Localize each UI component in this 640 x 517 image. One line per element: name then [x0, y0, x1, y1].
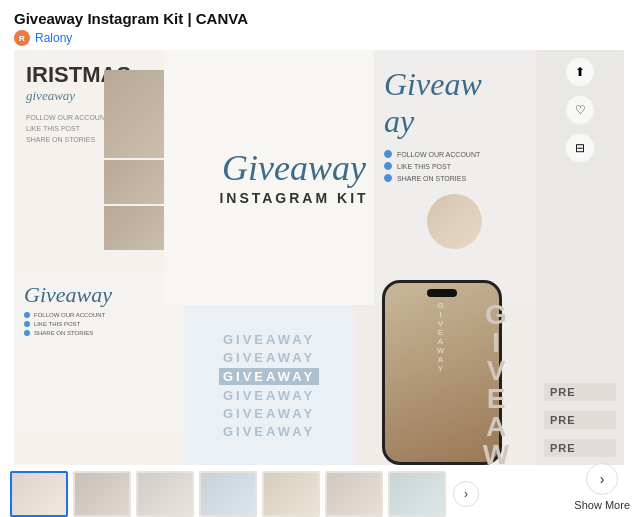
tr-check-icon-2 [384, 162, 392, 170]
bookmark-icon[interactable]: ⊟ [566, 134, 594, 162]
show-more-button[interactable]: › Show More [574, 463, 630, 511]
pre-label-1: PRE [544, 383, 616, 401]
repeat-5: GIVEAWAY [223, 406, 315, 421]
header: Giveaway Instagram Kit | CANVA R Ralony [0, 0, 640, 50]
tr-check-text-3: SHARE ON STORIES [397, 175, 466, 182]
repeat-3: GIVEAWAY [219, 368, 319, 385]
deco-letter-a: A [486, 413, 506, 441]
tr-check-text-2: LIKE THIS POST [397, 163, 451, 170]
christmas-card: IRISTMAS giveaway FOLLOW OUR ACCOUNT LIK… [14, 50, 184, 270]
check-icon-sm-1 [24, 312, 30, 318]
tr-check-1: FOLLOW OUR ACCOUNT [384, 150, 524, 158]
thumb-inner-5 [264, 473, 318, 515]
check-icon-sm-2 [24, 321, 30, 327]
author-link[interactable]: Ralony [35, 31, 72, 45]
check-text-sm-2: LIKE THIS POST [34, 321, 80, 327]
tr-check-icon-3 [384, 174, 392, 182]
show-more-arrow-icon: › [586, 463, 618, 495]
share-icon[interactable]: ⬆ [566, 58, 594, 86]
giveaway-script-main: Giveaway [222, 150, 366, 186]
pre-label-2: PRE [544, 411, 616, 429]
check-sm-2: LIKE THIS POST [24, 321, 174, 327]
author-row: R Ralony [14, 30, 626, 46]
check-icon-sm-3 [24, 330, 30, 336]
thumbnail-1[interactable] [10, 471, 68, 517]
thumb-inner-7 [390, 473, 444, 515]
check-text-sm-3: SHARE ON STORIES [34, 330, 93, 336]
checklist-sm: FOLLOW OUR ACCOUNT LIKE THIS POST SHARE … [24, 312, 174, 336]
thumb-inner-4 [201, 473, 255, 515]
avatar: R [14, 30, 30, 46]
preview-area: IRISTMAS giveaway FOLLOW OUR ACCOUNT LIK… [14, 50, 624, 465]
thumb-inner-6 [327, 473, 381, 515]
thumb-inner-1 [12, 473, 66, 515]
top-right-checklist: FOLLOW OUR ACCOUNT LIKE THIS POST SHARE … [374, 144, 534, 188]
pre-label-3: PRE [544, 439, 616, 457]
thumbnail-2[interactable] [73, 471, 131, 517]
thumbnail-7[interactable] [388, 471, 446, 517]
page-title: Giveaway Instagram Kit | CANVA [14, 10, 248, 27]
repeat-1: GIVEAWAY [223, 332, 315, 347]
tr-check-2: LIKE THIS POST [384, 162, 524, 170]
thumbnail-4[interactable] [199, 471, 257, 517]
left-panel: IRISTMAS giveaway FOLLOW OUR ACCOUNT LIK… [14, 50, 184, 465]
deco-letter-w: W [483, 441, 509, 465]
tr-check-3: SHARE ON STORIES [384, 174, 524, 182]
deco-letter-i: I [492, 329, 500, 357]
deco-letter-g: G [485, 301, 507, 329]
check-sm-1: FOLLOW OUR ACCOUNT [24, 312, 174, 318]
thumb-inner-3 [138, 473, 192, 515]
deco-letter-v: V [487, 357, 506, 385]
tr-check-text-1: FOLLOW OUR ACCOUNT [397, 151, 480, 158]
thumbnail-3[interactable] [136, 471, 194, 517]
giveaway-script-lg: Giveaway [374, 50, 534, 144]
deco-letter-e: E [487, 385, 506, 413]
check-sm-3: SHARE ON STORIES [24, 330, 174, 336]
repeat-6: GIVEAWAY [223, 424, 315, 439]
repeat-4: GIVEAWAY [223, 388, 315, 403]
thumb-inner-2 [75, 473, 129, 515]
far-right-panel: ⬆ ♡ ⊟ PRE PRE PRE [536, 50, 624, 465]
phone-notch [427, 289, 457, 297]
nav-arrow-next[interactable]: › [453, 481, 479, 507]
show-more-label: Show More [574, 499, 630, 511]
thumbnail-6[interactable] [325, 471, 383, 517]
round-image [427, 194, 482, 249]
instagram-kit-text: INSTAGRAM KIT [219, 190, 368, 206]
tr-check-icon-1 [384, 150, 392, 158]
bottom-center-card: GIVEAWAY GIVEAWAY GIVEAWAY GIVEAWAY GIVE… [184, 305, 354, 465]
bottom-left-card: Giveaway FOLLOW OUR ACCOUNT LIKE THIS PO… [14, 270, 184, 430]
repeat-2: GIVEAWAY [223, 350, 315, 365]
giveaway-script-sm: Giveaway [24, 282, 112, 307]
thumbnails-strip: › › Show More [0, 465, 640, 517]
check-text-sm-1: FOLLOW OUR ACCOUNT [34, 312, 105, 318]
thumbnail-5[interactable] [262, 471, 320, 517]
heart-icon[interactable]: ♡ [566, 96, 594, 124]
far-right-letters: G I V E A W [456, 305, 536, 465]
top-right-card: Giveaway FOLLOW OUR ACCOUNT LIKE THIS PO… [374, 50, 534, 305]
title-row: Giveaway Instagram Kit | CANVA [14, 10, 626, 27]
